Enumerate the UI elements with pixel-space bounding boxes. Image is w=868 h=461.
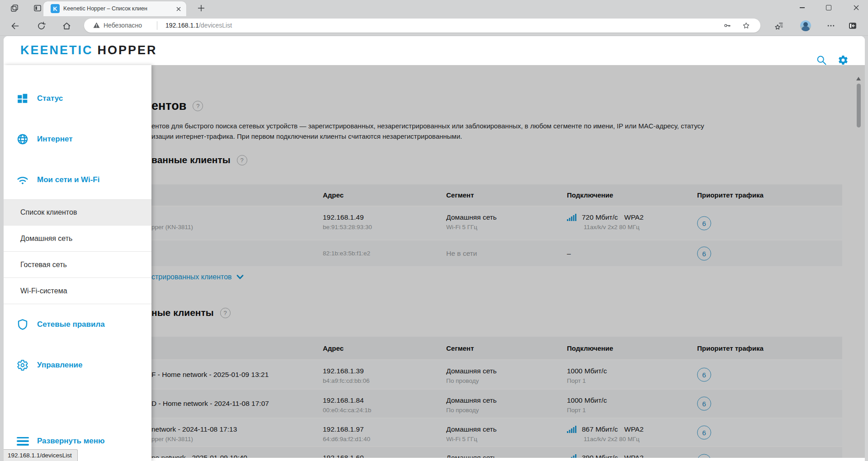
url-host: 192.168.1.1 — [165, 22, 199, 29]
browser-tab[interactable]: K Keenetic Hopper – Список клиен — [43, 1, 186, 16]
url-text[interactable]: 192.168.1.1/devicesList — [165, 22, 232, 29]
password-key-icon[interactable] — [723, 22, 731, 29]
tab-close-icon[interactable] — [175, 6, 182, 12]
hamburger-icon — [17, 437, 29, 446]
address-bar[interactable]: Небезопасно 192.168.1.1/devicesList — [84, 19, 760, 33]
address-separator — [157, 21, 157, 30]
web-content-area: KEENETICHOPPER ентов ? ентов для быстрог… — [4, 36, 865, 461]
keenetic-favicon: K — [51, 4, 60, 13]
sidebar-item-internet[interactable]: Интернет — [4, 119, 151, 160]
favorites-hub-icon[interactable] — [774, 21, 783, 30]
gear-outline-icon — [17, 359, 28, 371]
refresh-icon[interactable] — [37, 21, 46, 31]
dashboard-grid-icon — [17, 93, 28, 104]
page-scrollbar[interactable] — [854, 65, 863, 461]
globe-icon — [17, 133, 28, 145]
gear-icon[interactable] — [838, 55, 849, 66]
sidebar-item-wifi-system[interactable]: Wi-Fi-система — [4, 278, 151, 304]
sidebar-item-network-rules[interactable]: Сетевые правила — [4, 304, 151, 345]
profile-avatar[interactable] — [800, 20, 811, 31]
sidebar-toggle-icon[interactable] — [848, 21, 857, 30]
wifi-icon — [17, 174, 28, 186]
sidebar-menu: Статус Интернет Мои сети и Wi-Fi Список … — [4, 65, 151, 461]
settings-menu-dots-icon[interactable] — [826, 21, 835, 30]
logo-keenetic-text: KEENETIC — [20, 43, 93, 57]
sidebar-item-management[interactable]: Управление — [4, 345, 151, 386]
sidebar-item-my-networks-wifi[interactable]: Мои сети и Wi-Fi — [4, 160, 151, 200]
sidebar-item-guest-network[interactable]: Гостевая сеть — [4, 252, 151, 278]
window-minimize-button[interactable] — [792, 0, 812, 15]
back-icon[interactable] — [10, 21, 20, 31]
keenetic-app-header: KEENETICHOPPER — [4, 36, 865, 65]
scrollbar-thumb[interactable] — [857, 84, 861, 127]
tab-strip: K Keenetic Hopper – Список клиен — [0, 0, 868, 16]
new-tab-icon[interactable] — [197, 4, 205, 12]
status-bar-url-tooltip: 192.168.1.1/devicesList — [4, 449, 78, 461]
window-close-button[interactable] — [846, 0, 867, 15]
browser-window: K Keenetic Hopper – Список клиен Небезоп… — [0, 0, 868, 461]
url-path: /devicesList — [199, 22, 232, 29]
keenetic-logo: KEENETICHOPPER — [20, 43, 157, 57]
scrollbar-up-arrow[interactable] — [856, 77, 861, 80]
search-icon[interactable] — [816, 55, 827, 66]
sidebar-item-client-list[interactable]: Список клиентов — [4, 199, 151, 226]
security-label[interactable]: Небезопасно — [104, 22, 142, 29]
wifi-submenu: Список клиентов Домашняя сеть Гостевая с… — [4, 199, 151, 304]
favorite-star-icon[interactable] — [742, 22, 750, 29]
tab-actions-icon[interactable] — [33, 4, 42, 13]
logo-hopper-text: HOPPER — [98, 43, 157, 57]
shield-icon — [17, 319, 28, 330]
not-secure-warning-icon — [93, 22, 100, 28]
sidebar-item-status[interactable]: Статус — [4, 78, 151, 119]
sidebar-item-home-network[interactable]: Домашняя сеть — [4, 226, 151, 252]
window-restore-button[interactable] — [818, 0, 839, 15]
tab-title: Keenetic Hopper – Список клиен — [63, 5, 171, 12]
home-icon[interactable] — [62, 21, 71, 31]
workspaces-icon[interactable] — [10, 4, 19, 13]
